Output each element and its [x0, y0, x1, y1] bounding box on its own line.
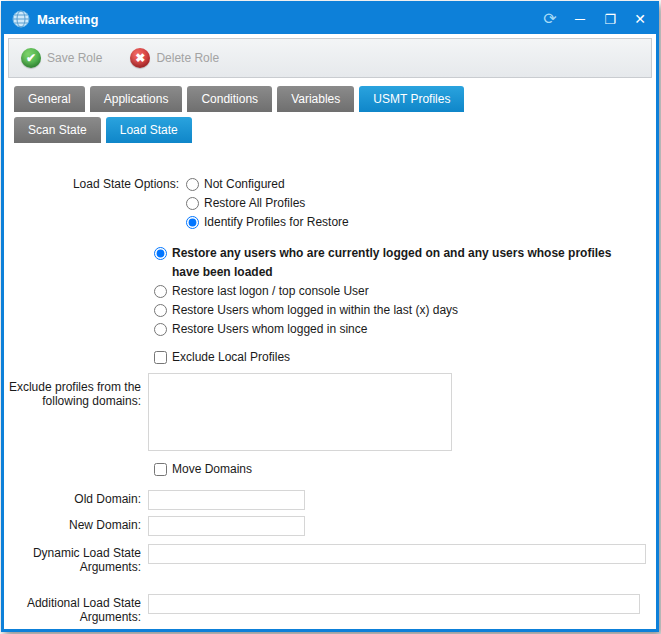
- radio-restore-logged-on-users-label: Restore any users who are currently logg…: [172, 244, 642, 282]
- close-button[interactable]: ✕: [632, 12, 648, 26]
- radio-not-configured-label: Not Configured: [204, 175, 285, 194]
- tab-general[interactable]: General: [14, 86, 85, 112]
- tab-load-state[interactable]: Load State: [106, 117, 192, 143]
- exclude-local-profiles-label: Exclude Local Profiles: [172, 348, 290, 367]
- refresh-icon[interactable]: ⟳: [542, 11, 558, 27]
- delete-role-button[interactable]: ✖ Delete Role: [130, 48, 219, 68]
- radio-restore-last-logon-input[interactable]: [154, 285, 167, 298]
- save-role-button[interactable]: ✔ Save Role: [21, 48, 102, 68]
- radio-identify-profiles-label: Identify Profiles for Restore: [204, 213, 349, 232]
- radio-identify-profiles[interactable]: Identify Profiles for Restore: [186, 213, 349, 232]
- radio-restore-last-x-days-label: Restore Users whom logged in within the …: [172, 301, 458, 320]
- dynamic-args-input[interactable]: [148, 544, 646, 564]
- radio-restore-all-profiles-label: Restore All Profiles: [204, 194, 305, 213]
- move-domains-checkbox-row[interactable]: Move Domains: [154, 460, 656, 479]
- radio-restore-last-x-days[interactable]: Restore Users whom logged in within the …: [154, 301, 654, 320]
- save-role-label: Save Role: [47, 51, 102, 65]
- tab-usmt-profiles[interactable]: USMT Profiles: [359, 86, 464, 112]
- save-check-icon: ✔: [21, 48, 41, 68]
- radio-restore-all-profiles-input[interactable]: [186, 197, 199, 210]
- move-domains-checkbox[interactable]: [154, 463, 167, 476]
- window-controls: ⟳ ─ ❐ ✕: [542, 11, 648, 27]
- load-state-options-group: Not Configured Restore All Profiles Iden…: [186, 175, 349, 232]
- load-state-options-row: Load State Options: Not Configured Resto…: [4, 175, 656, 232]
- window: Marketing ⟳ ─ ❐ ✕ ✔ Save Role ✖ Delete R…: [1, 1, 659, 632]
- exclude-domains-row: Exclude profiles from the following doma…: [4, 373, 656, 451]
- maximize-button[interactable]: ❐: [602, 13, 618, 26]
- restore-options-group: Restore any users who are currently logg…: [154, 244, 654, 339]
- delete-x-icon: ✖: [130, 48, 150, 68]
- radio-restore-logged-on-users[interactable]: Restore any users who are currently logg…: [154, 244, 654, 282]
- old-domain-row: Old Domain:: [4, 490, 656, 510]
- window-title: Marketing: [37, 12, 542, 27]
- load-state-panel: Load State Options: Not Configured Resto…: [4, 143, 656, 629]
- radio-restore-since-label: Restore Users whom logged in since: [172, 320, 367, 339]
- new-domain-row: New Domain:: [4, 516, 656, 536]
- additional-args-row: Additional Load State Arguments:: [4, 594, 656, 624]
- radio-restore-last-logon[interactable]: Restore last logon / top console User: [154, 282, 654, 301]
- radio-not-configured-input[interactable]: [186, 178, 199, 191]
- minimize-button[interactable]: ─: [572, 12, 588, 26]
- app-icon: [12, 10, 30, 28]
- exclude-domains-label: Exclude profiles from the following doma…: [4, 373, 141, 408]
- toolbar: ✔ Save Role ✖ Delete Role: [8, 38, 652, 78]
- exclude-local-profiles-checkbox-row[interactable]: Exclude Local Profiles: [154, 348, 656, 367]
- radio-restore-logged-on-users-input[interactable]: [154, 247, 167, 260]
- main-tab-bar: General Applications Conditions Variable…: [14, 86, 656, 112]
- sub-tab-bar: Scan State Load State: [14, 117, 656, 143]
- exclude-local-profiles-checkbox[interactable]: [154, 351, 167, 364]
- radio-not-configured[interactable]: Not Configured: [186, 175, 349, 194]
- tab-applications[interactable]: Applications: [90, 86, 183, 112]
- old-domain-label: Old Domain:: [4, 490, 141, 506]
- tab-conditions[interactable]: Conditions: [187, 86, 272, 112]
- new-domain-label: New Domain:: [4, 516, 141, 532]
- radio-restore-since-input[interactable]: [154, 323, 167, 336]
- radio-restore-all-profiles[interactable]: Restore All Profiles: [186, 194, 349, 213]
- new-domain-input[interactable]: [148, 516, 305, 536]
- delete-role-label: Delete Role: [156, 51, 219, 65]
- exclude-domains-textarea[interactable]: [148, 373, 452, 451]
- tab-variables[interactable]: Variables: [277, 86, 354, 112]
- additional-args-input[interactable]: [148, 594, 640, 614]
- tab-scan-state[interactable]: Scan State: [14, 117, 101, 143]
- radio-restore-last-x-days-input[interactable]: [154, 304, 167, 317]
- old-domain-input[interactable]: [148, 490, 305, 510]
- titlebar: Marketing ⟳ ─ ❐ ✕: [4, 4, 656, 34]
- additional-args-label: Additional Load State Arguments:: [4, 594, 141, 624]
- radio-restore-since[interactable]: Restore Users whom logged in since: [154, 320, 654, 339]
- radio-restore-last-logon-label: Restore last logon / top console User: [172, 282, 369, 301]
- dynamic-args-row: Dynamic Load State Arguments:: [4, 544, 656, 574]
- dynamic-args-label: Dynamic Load State Arguments:: [4, 544, 141, 574]
- move-domains-label: Move Domains: [172, 460, 252, 479]
- radio-identify-profiles-input[interactable]: [186, 216, 199, 229]
- load-state-options-label: Load State Options:: [4, 175, 179, 191]
